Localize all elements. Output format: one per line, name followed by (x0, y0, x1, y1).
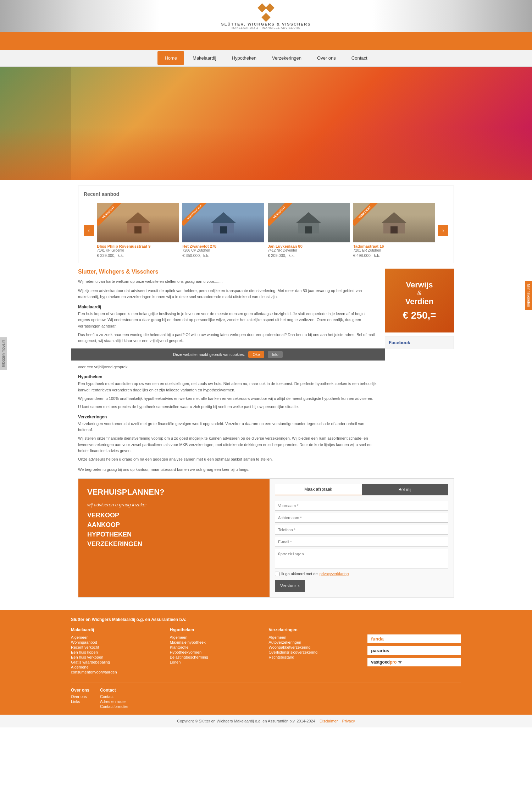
sidebar-left[interactable]: Inloggen move.nl (0, 337, 7, 370)
nav-makelaardij[interactable]: Makelaardij (185, 51, 223, 65)
cookie-info-button[interactable]: Info (268, 351, 283, 358)
pararius-logo[interactable]: pararius (367, 646, 461, 655)
facebook-box: Facebook (385, 336, 454, 349)
appointment-form-section: Maak afspraak Bel mij Ik ga akkoord met … (270, 479, 454, 597)
footer-link-hyp-5[interactable]: Belastingbescherming (170, 655, 264, 659)
nav-contact[interactable]: Contact (344, 51, 375, 65)
footer-link-makelaardij-3[interactable]: Recent verkocht (71, 645, 165, 649)
footer-link-contact-2[interactable]: Adres en route (100, 699, 129, 704)
nav-over-ons[interactable]: Over ons (310, 51, 343, 65)
hypotheken-text2: Wij garanderen u 100% onafhankelijk hypo… (78, 396, 378, 402)
right-sidebar: Verwijs & Verdien € 250,= Facebook (385, 269, 454, 473)
footer-link-contact-1[interactable]: Contact (100, 694, 129, 699)
property-card-1[interactable]: VERKOCHT Bliss Philip Roveniusstraat 9 7… (97, 203, 179, 258)
footer-over-ons-heading: Over ons (71, 688, 89, 693)
hypotheken-text3: U kunt samen met ons precies de hypothee… (78, 404, 378, 410)
main-wrapper: Recent aanbod ‹ VERKOCHT (71, 180, 461, 610)
makelaardij-text3: voor een vrijblijvend gesprek. (78, 364, 378, 370)
footer-link-makelaardij-2[interactable]: Woningaanbod (71, 640, 165, 644)
verhuisplannen-row: VERHUISPLANNEN? wij adviseren u graag in… (78, 478, 454, 598)
promo-image[interactable]: Verwijs & Verdien € 250,= (385, 269, 454, 332)
disclaimer-link[interactable]: Disclaimer (320, 719, 338, 723)
property-city-4: 7201 ER Zutphen (353, 248, 435, 252)
footer-hypotheken-heading: Hypotheken (170, 627, 264, 632)
service-verkoop: VERKOOP (87, 512, 261, 519)
property-city-2: 7206 CP Zutphen (182, 248, 264, 252)
property-card-4[interactable]: VERKOCHT Tadomastraat 16 7201 ER Zutphen… (353, 203, 435, 258)
navigation: Home Makelaardij Hypotheken Verzekeringe… (0, 50, 532, 67)
svg-rect-11 (390, 226, 398, 233)
footer-link-contact-3[interactable]: Contactformulier (100, 704, 129, 709)
voornaam-input[interactable] (275, 501, 448, 511)
footer-makelaardij: Makelaardij Algemeen Woningaanbod Recent… (71, 627, 165, 675)
footer-link-hyp-2[interactable]: Maximale hypotheek (170, 640, 264, 644)
sidebar-right[interactable]: Mijn favorieten (525, 281, 532, 310)
footer-link-hyp-4[interactable]: Hypotheekvormen (170, 650, 264, 654)
svg-marker-0 (126, 212, 150, 223)
footer-link-verz-1[interactable]: Algemeen (269, 635, 362, 639)
property-price-3: € 209.000,- k.k. (268, 253, 350, 258)
privacy-checkbox[interactable] (275, 572, 279, 576)
footer-link-makelaardij-6[interactable]: Gratis waardebepaling (71, 660, 165, 664)
nav-hypotheken[interactable]: Hypotheken (225, 51, 264, 65)
footer-company: Slutter en Wichgers Makelaardij o.g. en … (71, 617, 461, 622)
privacy-text: Ik ga akkoord met de (281, 572, 318, 576)
submit-label: Verstuur (280, 583, 296, 588)
intro-p1: Wij heten u van harte welkom op onze web… (78, 279, 378, 285)
property-name-3: Jan Luykenlaan 80 (268, 244, 350, 248)
vastgoedpro-logo[interactable]: vastgoedpro ☆ (367, 658, 461, 666)
recent-aanbod-section: Recent aanbod ‹ VERKOCHT (78, 186, 454, 263)
footer-link-makelaardij-8[interactable]: consumentenvoorwaarden (71, 670, 165, 674)
logo[interactable]: SLÜTTER, WICHGERS & VISSCHERS MAKELAARDI… (221, 3, 311, 29)
next-arrow[interactable]: › (438, 225, 448, 236)
header: SLÜTTER, WICHGERS & VISSCHERS MAKELAARDI… (0, 0, 532, 32)
verzekeringen-text2: Wij stellen onze financiële dienstverlen… (78, 435, 378, 454)
funda-logo[interactable]: funda (367, 634, 461, 643)
footer-contact: Contact Contact Adres en route Contactfo… (100, 688, 129, 709)
property-card-2[interactable]: VERKOCHT O.V. Het Zwanevlot 278 7206 CP … (182, 203, 264, 258)
telefoon-input[interactable] (275, 525, 448, 535)
footer-link-over-ons-1[interactable]: Over ons (71, 694, 89, 699)
achternaam-input[interactable] (275, 513, 448, 523)
cookie-notice: Deze website maakt gebruik van cookies. … (71, 348, 385, 361)
verhuisplannen-heading: VERHUISPLANNEN? (87, 488, 261, 497)
tab-bel-mij[interactable]: Bel mij (362, 484, 449, 495)
footer-link-hyp-3[interactable]: Klantprofiel (170, 645, 264, 649)
prev-arrow[interactable]: ‹ (84, 225, 94, 236)
nav-verzekeringen[interactable]: Verzekeringen (265, 51, 309, 65)
intro-heading: Slutter, Wichgers & Visschers (78, 269, 378, 275)
footer-link-hyp-6[interactable]: Lenen (170, 660, 264, 664)
opmerkingen-textarea[interactable] (275, 549, 448, 568)
content-left: Slutter, Wichgers & Visschers Wij heten … (78, 269, 378, 473)
footer-link-makelaardij-4[interactable]: Een huis kopen (71, 650, 165, 654)
footer-link-verz-5[interactable]: Rechtsbijstand (269, 655, 362, 659)
footer-makelaardij-heading: Makelaardij (71, 627, 165, 632)
properties-list: VERKOCHT Bliss Philip Roveniusstraat 9 7… (97, 203, 435, 258)
footer-copyright: Copyright © Slütter en Wichgers Makelaar… (0, 715, 532, 727)
footer-link-makelaardij-1[interactable]: Algemeen (71, 635, 165, 639)
email-input[interactable] (275, 537, 448, 547)
footer-link-verz-3[interactable]: Woonpakketverzekering (269, 645, 362, 649)
submit-button[interactable]: Verstuur › (275, 580, 305, 592)
footer-link-verz-2[interactable]: Autoverzekeringen (269, 640, 362, 644)
promo-amount: € 250,= (403, 310, 436, 321)
verzekeringen-heading: Verzekeringen (78, 414, 378, 419)
footer-link-makelaardij-7[interactable]: Algemene (71, 665, 165, 669)
promo-line1: Verwijs (406, 280, 433, 290)
footer-link-makelaardij-5[interactable]: Een huis verkopen (71, 655, 165, 659)
service-hypotheken: HYPOTHEKEN (87, 531, 261, 538)
service-aankoop: AANKOOP (87, 521, 261, 529)
privacy-link[interactable]: privacyverklaring (320, 572, 349, 576)
property-card-3[interactable]: VERKOCHT Jan Luykenlaan 80 7412 NR Deven… (268, 203, 350, 258)
orange-top-banner (0, 32, 532, 50)
privacy-footer-link[interactable]: Privacy (342, 719, 355, 723)
cookie-ok-button[interactable]: Oke (248, 351, 264, 358)
footer-link-hyp-1[interactable]: Algemeen (170, 635, 264, 639)
nav-home[interactable]: Home (157, 51, 184, 65)
property-name-2: Het Zwanevlot 278 (182, 244, 264, 248)
tab-maak-afspraak[interactable]: Maak afspraak (275, 484, 362, 495)
intro-p2: Wij zijn een advieskantoor dat adviseert… (78, 288, 378, 300)
cookie-text: Deze website maakt gebruik van cookies. (173, 352, 245, 357)
footer-link-over-ons-2[interactable]: Links (71, 699, 89, 704)
footer-link-verz-4[interactable]: Overlijdensrisicoverzekering (269, 650, 362, 654)
